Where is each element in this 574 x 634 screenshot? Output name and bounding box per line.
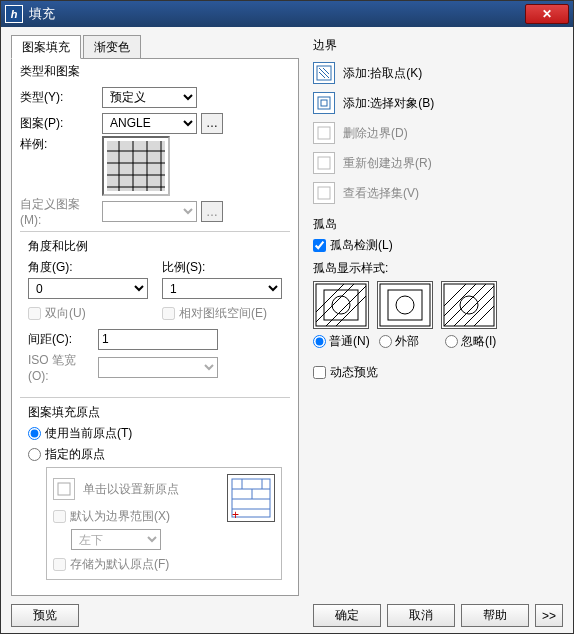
boundary-recreate: 重新创建边界(R): [313, 148, 563, 178]
origin-default-ext-checkbox: 默认为边界范围(X): [53, 508, 221, 525]
svg-rect-35: [388, 290, 422, 320]
remove-boundary-icon: [313, 122, 335, 144]
view-selection-icon: [313, 182, 335, 204]
island-thumbs: [313, 281, 563, 329]
group-boundary-title: 边界: [313, 37, 563, 54]
spacing-label: 间距(C):: [28, 331, 94, 348]
type-select[interactable]: 预定义: [102, 87, 197, 108]
svg-text:+: +: [232, 508, 239, 521]
iso-select: [98, 357, 218, 378]
island-thumb-ignore[interactable]: [441, 281, 497, 329]
angle-label: 角度(G):: [28, 259, 148, 276]
origin-swatch: +: [227, 474, 275, 522]
svg-rect-24: [318, 127, 330, 139]
cancel-button[interactable]: 取消: [387, 604, 455, 627]
island-detect-checkbox[interactable]: 孤岛检测(L): [313, 237, 563, 254]
swatch-label: 样例:: [20, 136, 98, 153]
window-title: 填充: [29, 5, 525, 23]
svg-rect-28: [324, 290, 358, 320]
scale-select[interactable]: 1: [162, 278, 282, 299]
pattern-swatch[interactable]: [102, 136, 170, 196]
ok-button[interactable]: 确定: [313, 604, 381, 627]
svg-line-40: [444, 284, 476, 316]
origin-pos-select: 左下: [71, 529, 161, 550]
svg-rect-0: [107, 141, 165, 191]
scale-label: 比例(S):: [162, 259, 282, 276]
tab-strip: 图案填充 渐变色: [11, 35, 299, 59]
svg-point-36: [396, 296, 414, 314]
island-radio-ignore[interactable]: 忽略(I): [445, 333, 505, 350]
boundary-remove: 删除边界(D): [313, 118, 563, 148]
pick-point-icon: [313, 62, 335, 84]
svg-rect-22: [318, 97, 330, 109]
svg-rect-26: [318, 187, 330, 199]
group-origin-title: 图案填充原点: [28, 404, 282, 421]
group-islands-title: 孤岛: [313, 216, 563, 233]
dialog-window: h 填充 ✕ 图案填充 渐变色 类型和图案 类型(Y): 预定义: [0, 0, 574, 634]
origin-current-radio[interactable]: 使用当前原点(T): [28, 425, 282, 442]
island-radio-outer[interactable]: 外部: [379, 333, 439, 350]
dynamic-preview-checkbox[interactable]: 动态预览: [313, 364, 563, 381]
svg-rect-17: [58, 483, 70, 495]
island-radio-normal[interactable]: 普通(N): [313, 333, 373, 350]
dialog-body: 图案填充 渐变色 类型和图案 类型(Y): 预定义 图案(P): ANGLE …: [1, 27, 573, 633]
pattern-label: 图案(P):: [20, 115, 98, 132]
boundary-viewsel: 查看选择集(V): [313, 178, 563, 208]
tab-hatch[interactable]: 图案填充: [11, 35, 81, 59]
group-angle-title: 角度和比例: [28, 238, 282, 255]
island-thumb-normal[interactable]: [313, 281, 369, 329]
svg-rect-25: [318, 157, 330, 169]
preview-button[interactable]: 预览: [11, 604, 79, 627]
custom-select: [102, 201, 197, 222]
island-style-label: 孤岛显示样式:: [313, 260, 563, 277]
paperspace-checkbox: 相对图纸空间(E): [162, 305, 282, 322]
recreate-boundary-icon: [313, 152, 335, 174]
hatch-preview-icon: [107, 141, 165, 191]
boundary-add-select[interactable]: 添加:选择对象(B): [313, 88, 563, 118]
origin-pick-button: 单击以设置新原点: [53, 474, 221, 504]
group-type-title: 类型和图案: [20, 63, 290, 80]
app-icon: h: [5, 5, 23, 23]
titlebar[interactable]: h 填充 ✕: [1, 1, 573, 27]
svg-rect-23: [321, 100, 327, 106]
origin-subpanel: + 单击以设置新原点 默认为边界范围(X) 左下 存储为默认原点(F): [46, 467, 282, 580]
tab-gradient[interactable]: 渐变色: [83, 35, 141, 59]
help-button[interactable]: 帮助: [461, 604, 529, 627]
spacing-input[interactable]: [98, 329, 218, 350]
svg-line-41: [444, 284, 466, 306]
iso-label: ISO 笔宽(O):: [28, 352, 94, 383]
pattern-select[interactable]: ANGLE: [102, 113, 197, 134]
custom-label: 自定义图案(M):: [20, 196, 98, 227]
type-label: 类型(Y):: [20, 89, 98, 106]
pattern-browse-button[interactable]: …: [201, 113, 223, 134]
island-thumb-outer[interactable]: [377, 281, 433, 329]
close-button[interactable]: ✕: [525, 4, 569, 24]
button-bar: 预览 确定 取消 帮助 >>: [11, 596, 563, 627]
double-checkbox: 双向(U): [28, 305, 148, 322]
expand-button[interactable]: >>: [535, 604, 563, 627]
boundary-add-pick[interactable]: 添加:拾取点(K): [313, 58, 563, 88]
custom-browse-button: …: [201, 201, 223, 222]
angle-select[interactable]: 0: [28, 278, 148, 299]
hatch-panel: 类型和图案 类型(Y): 预定义 图案(P): ANGLE … 样例:: [11, 58, 299, 596]
select-object-icon: [313, 92, 335, 114]
origin-store-checkbox: 存储为默认原点(F): [53, 556, 275, 573]
origin-specified-radio[interactable]: 指定的原点: [28, 446, 282, 463]
